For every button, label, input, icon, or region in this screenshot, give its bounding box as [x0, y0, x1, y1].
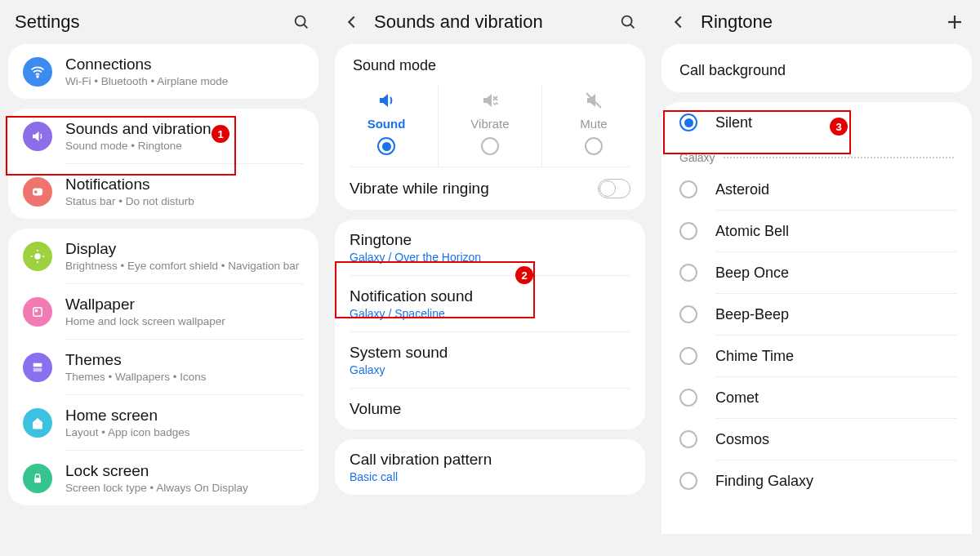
sound-mode-sound[interactable]: Sound	[335, 86, 438, 167]
ringtone-pane: Ringtone Call background Silent Galaxy A…	[653, 0, 980, 556]
settings-header: Settings	[0, 0, 327, 44]
vibrate-while-ringing-row[interactable]: Vibrate while ringing	[335, 167, 645, 210]
plus-icon[interactable]	[944, 11, 965, 33]
svg-point-11	[35, 309, 37, 311]
svg-line-14	[630, 24, 634, 28]
call-vibration-card: Call vibration pattern Basic call	[335, 439, 645, 495]
settings-item-notifications[interactable]: Notifications Status bar • Do not distur…	[8, 164, 318, 219]
ringtone-option[interactable]: Asteroid	[662, 169, 972, 210]
ringtone-option[interactable]: Beep Once	[662, 252, 972, 293]
settings-item-themes[interactable]: Themes Themes • Wallpapers • Icons	[8, 340, 318, 394]
lock-icon	[23, 464, 52, 493]
page-title: Sounds and vibration	[374, 11, 606, 33]
settings-item-wallpaper[interactable]: Wallpaper Home and lock screen wallpaper	[8, 284, 318, 339]
ringtone-option[interactable]: Beep-Beep	[662, 294, 972, 335]
svg-line-1	[304, 24, 307, 28]
ringtone-option[interactable]: Comet	[662, 377, 972, 418]
home-icon	[23, 408, 52, 438]
settings-item-home[interactable]: Home screen Layout • App icon badges	[8, 395, 318, 450]
ringtone-option[interactable]: Cosmos	[662, 419, 972, 460]
settings-item-sounds[interactable]: Sounds and vibration Sound mode • Ringto…	[8, 109, 318, 163]
vibrate-icon	[480, 91, 500, 110]
search-icon[interactable]	[291, 11, 312, 33]
notification-sound-row[interactable]: Notification sound Galaxy / Spaceline	[335, 276, 645, 331]
settings-group-2: Sounds and vibration Sound mode • Ringto…	[8, 109, 318, 219]
sound-mode-heading: Sound mode	[335, 44, 645, 78]
sound-mode-mute[interactable]: Mute	[541, 86, 645, 167]
display-icon	[23, 242, 52, 271]
svg-point-5	[34, 253, 41, 260]
svg-rect-12	[34, 478, 41, 483]
annotation-badge-3: 3	[830, 118, 848, 136]
ringtone-list-card: Silent Galaxy Asteroid Atomic Bell Beep …	[662, 102, 972, 534]
ringtone-option[interactable]: Atomic Bell	[662, 211, 972, 251]
ringtone-group-header: Galaxy	[662, 143, 972, 169]
wallpaper-icon	[23, 297, 52, 327]
ringtone-header: Ringtone	[653, 0, 980, 44]
sound-list-card: Ringtone Galaxy / Over the Horizon Notif…	[335, 220, 645, 429]
page-title: Ringtone	[701, 11, 933, 33]
sound-mode-vibrate[interactable]: Vibrate	[438, 86, 541, 167]
annotation-badge-1: 1	[212, 125, 229, 143]
svg-point-0	[296, 16, 305, 26]
call-background-card: Call background	[662, 44, 972, 92]
annotation-badge-2: 2	[515, 266, 533, 284]
settings-group-3: Display Brightness • Eye comfort shield …	[8, 229, 318, 505]
vibrate-ringing-toggle[interactable]	[598, 179, 630, 198]
call-vibration-row[interactable]: Call vibration pattern Basic call	[335, 439, 645, 495]
mute-icon	[584, 91, 604, 110]
search-icon[interactable]	[617, 11, 639, 33]
call-background-row[interactable]: Call background	[662, 49, 972, 87]
volume-row[interactable]: Volume	[335, 389, 645, 429]
radio-silent[interactable]	[679, 113, 697, 131]
settings-group-1: Connections Wi-Fi • Bluetooth • Airplane…	[8, 44, 318, 99]
ringtone-option[interactable]: Chime Time	[662, 336, 972, 376]
speaker-icon	[376, 91, 396, 110]
wifi-icon	[23, 57, 52, 87]
radio-sound[interactable]	[377, 137, 395, 155]
back-icon[interactable]	[341, 11, 363, 33]
settings-item-display[interactable]: Display Brightness • Eye comfort shield …	[8, 229, 318, 283]
sound-icon	[23, 122, 52, 151]
ringtone-option-silent[interactable]: Silent	[662, 102, 972, 143]
sound-mode-card: Sound mode Sound Vibrate Mute	[335, 44, 645, 210]
back-icon[interactable]	[668, 11, 689, 33]
themes-icon	[23, 353, 52, 382]
system-sound-row[interactable]: System sound Galaxy	[335, 332, 645, 388]
page-title: Settings	[15, 11, 279, 33]
sounds-pane: Sounds and vibration Sound mode Sound Vi…	[327, 0, 653, 556]
notification-icon	[23, 177, 52, 207]
settings-item-connections[interactable]: Connections Wi-Fi • Bluetooth • Airplane…	[8, 44, 318, 99]
radio-mute[interactable]	[585, 137, 603, 155]
svg-rect-10	[33, 307, 42, 316]
radio-vibrate[interactable]	[481, 137, 499, 155]
ringtone-option[interactable]: Finding Galaxy	[662, 460, 972, 501]
ringtone-row[interactable]: Ringtone Galaxy / Over the Horizon	[335, 220, 645, 275]
svg-point-2	[37, 75, 38, 77]
settings-item-lock[interactable]: Lock screen Screen lock type • Always On…	[8, 451, 318, 505]
settings-pane: Settings Connections Wi-Fi • Bluetooth •…	[0, 0, 327, 556]
sound-mode-selector: Sound Vibrate Mute	[335, 78, 645, 167]
svg-rect-3	[33, 188, 42, 195]
svg-point-13	[622, 16, 632, 26]
sounds-header: Sounds and vibration	[327, 0, 653, 44]
svg-point-4	[34, 190, 38, 193]
